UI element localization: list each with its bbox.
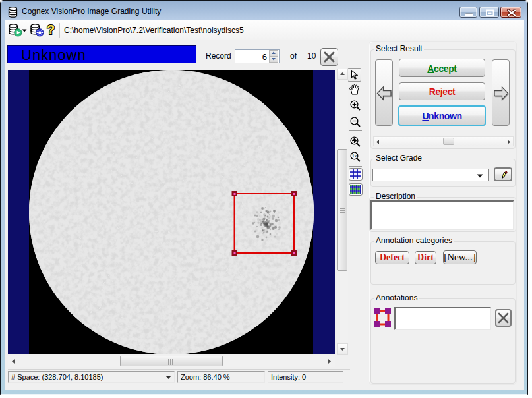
svg-text:?: ? [47,22,55,37]
svg-text:1x: 1x [352,154,357,158]
